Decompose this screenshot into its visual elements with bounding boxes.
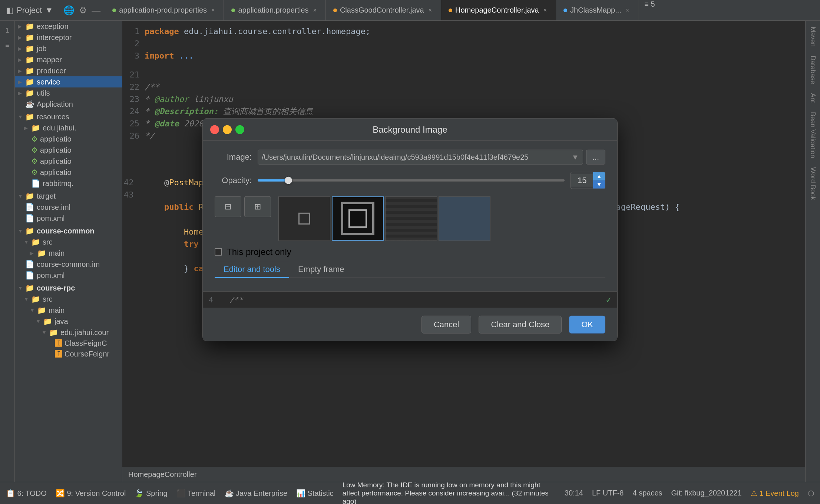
tab-close[interactable]: × (542, 6, 548, 14)
right-label-database[interactable]: Database (808, 53, 817, 87)
tab-application-prod[interactable]: application-prod.properties × (105, 0, 224, 20)
tree-item-rabbitmq[interactable]: 📄 rabbitmq. (15, 178, 122, 189)
minimize-button[interactable] (223, 125, 232, 134)
terminal-item[interactable]: ⬛ Terminal (176, 489, 216, 498)
tree-item-class-feign[interactable]: 🅸 ClassFeignC (15, 338, 122, 349)
globe-icon[interactable]: 🌐 (63, 5, 75, 16)
slider-thumb[interactable] (285, 177, 292, 184)
tree-label: main (49, 306, 65, 315)
clear-and-close-button[interactable]: Clear and Close (479, 316, 562, 334)
opacity-value[interactable]: 15 (571, 174, 593, 187)
tab-close[interactable]: × (210, 6, 216, 14)
tree-label: applicatio (40, 135, 72, 143)
preview-cell-plain[interactable] (278, 196, 330, 241)
maximize-button[interactable] (235, 125, 244, 134)
tree-item-src-rpc[interactable]: ▼ 📁 src (15, 294, 122, 305)
tree-label: CourseFeignr (65, 350, 109, 358)
preview-cell-grid[interactable] (385, 196, 437, 241)
preview-cell-4[interactable] (439, 196, 490, 241)
tree-item-service[interactable]: ▶ 📁 service (15, 76, 122, 87)
tree-item-resources[interactable]: ▼ 📁 resources (15, 111, 122, 122)
tab-editor-tools[interactable]: Editor and tools (215, 262, 289, 278)
xml-icon: 📄 (25, 214, 34, 223)
tree-label: Application (37, 100, 73, 109)
tab-empty-frame[interactable]: Empty frame (289, 262, 353, 278)
tree-arrow: ▶ (30, 250, 35, 256)
tree-item-app3[interactable]: ⚙ applicatio (15, 156, 122, 167)
tree-item-course-common[interactable]: ▼ 📁 course-common (15, 225, 122, 236)
tab-class-good[interactable]: ClassGoodController.java × (326, 0, 441, 20)
tabs-more[interactable]: ≡ 5 (638, 0, 661, 20)
tree-item-producer[interactable]: ▶ 📁 producer (15, 65, 122, 76)
opacity-increment[interactable]: ▲ (593, 172, 605, 180)
image-select-dropdown[interactable]: /Users/junxulin/Documents/linjunxu/ideai… (258, 150, 583, 165)
right-label-bean[interactable]: Bean Validation (808, 109, 817, 161)
opacity-decrement[interactable]: ▼ (593, 180, 605, 189)
tree-item-main-common[interactable]: ▶ 📁 main (15, 248, 122, 259)
tree-item-course-iml[interactable]: 📄 course.iml (15, 202, 122, 213)
dialog-tabs: Editor and tools Empty frame (215, 262, 605, 278)
this-project-only-checkbox[interactable] (215, 248, 222, 256)
tree-item-course-feign[interactable]: 🅸 CourseFeignr (15, 349, 122, 359)
tab-close[interactable]: × (624, 6, 631, 14)
close-button[interactable] (210, 125, 219, 134)
tree-item-exception[interactable]: ▶ 📁 exception (15, 21, 122, 32)
tree-item-target[interactable]: ▼ 📁 target (15, 190, 122, 202)
version-control-item[interactable]: 🔀 9: Version Control (56, 489, 126, 498)
tree-item-course-rpc[interactable]: ▼ 📁 course-rpc (15, 282, 122, 294)
tree-item-application[interactable]: ☕ Application (15, 99, 122, 110)
tree-arrow: ▼ (18, 193, 23, 199)
tree-item-interceptor[interactable]: ▶ 📁 interceptor (15, 32, 122, 43)
todo-item[interactable]: 📋 6: TODO (6, 489, 47, 498)
tree-item-edu[interactable]: ▶ 📁 edu.jiahui. (15, 122, 122, 133)
preview-cell-nested[interactable] (332, 196, 384, 241)
tree-label: job (37, 44, 47, 53)
opacity-slider[interactable] (258, 179, 565, 182)
tree-item-mapper[interactable]: ▶ 📁 mapper (15, 54, 122, 65)
tree-item-edu-jiahui[interactable]: ▼ 📁 edu.jiahui.cour (15, 327, 122, 338)
tree-item-java-rpc[interactable]: ▼ 📁 java (15, 316, 122, 327)
tree-item-src-common[interactable]: ▼ 📁 src (15, 236, 122, 248)
align-btn-vertical[interactable]: ⊟ (215, 196, 241, 217)
spring-item[interactable]: 🍃 Spring (135, 489, 167, 498)
settings-icon[interactable]: ⚙ (79, 5, 87, 16)
minimize-icon[interactable]: — (92, 5, 100, 16)
tree-item-main-rpc[interactable]: ▼ 📁 main (15, 305, 122, 316)
left-icon-2[interactable]: ≡ (1, 39, 14, 52)
right-label-maven[interactable]: Maven (808, 24, 817, 50)
browse-button[interactable]: ... (586, 150, 605, 165)
traffic-lights (210, 125, 244, 134)
tree-item-app2[interactable]: ⚙ applicatio (15, 145, 122, 156)
tree-item-pom[interactable]: 📄 pom.xml (15, 213, 122, 224)
project-dropdown-icon: ▼ (45, 6, 53, 15)
tree-item-course-common-im[interactable]: 📄 course-common.im (15, 259, 122, 270)
status-right: 30:14 LF UTF-8 4 spaces Git: fixbug_2020… (565, 489, 814, 498)
tree-item-pom2[interactable]: 📄 pom.xml (15, 270, 122, 281)
tab-close[interactable]: × (312, 6, 318, 14)
opacity-spinners: ▲ ▼ (593, 172, 605, 189)
right-label-ant[interactable]: Ant (808, 90, 817, 106)
tree-arrow: ▶ (18, 57, 23, 63)
tree-label: service (37, 78, 60, 86)
tree-item-job[interactable]: ▶ 📁 job (15, 43, 122, 54)
prop-icon: ⚙ (31, 146, 38, 155)
right-label-word[interactable]: Word Book (808, 164, 817, 203)
project-button[interactable]: ◧ Project ▼ (0, 0, 59, 20)
statistic-item[interactable]: 📊 Statistic (296, 489, 334, 498)
tree-item-app4[interactable]: ⚙ applicatio (15, 167, 122, 178)
event-log[interactable]: ⚠ 1 Event Log (751, 489, 799, 498)
tab-application[interactable]: application.properties × (224, 0, 325, 20)
cancel-button[interactable]: Cancel (421, 316, 471, 334)
tree-item-app1[interactable]: ⚙ applicatio (15, 133, 122, 145)
tree-item-utils[interactable]: ▶ 📁 utils (15, 87, 122, 99)
left-icon-1[interactable]: 1 (1, 24, 14, 37)
file-icon: 📄 (25, 260, 34, 269)
tab-homepage[interactable]: HomepageController.java × (441, 0, 556, 20)
align-btn-horizontal[interactable]: ⊞ (244, 196, 271, 217)
tab-jh-class[interactable]: JhClassMapp... × (556, 0, 638, 20)
ok-button[interactable]: OK (569, 316, 605, 334)
tab-close[interactable]: × (427, 6, 433, 14)
java-enterprise-item[interactable]: ☕ Java Enterprise (225, 489, 288, 498)
background-image-dialog: Background Image Image: /Users/junxulin/… (202, 118, 618, 341)
folder-icon: 📁 (37, 306, 46, 315)
